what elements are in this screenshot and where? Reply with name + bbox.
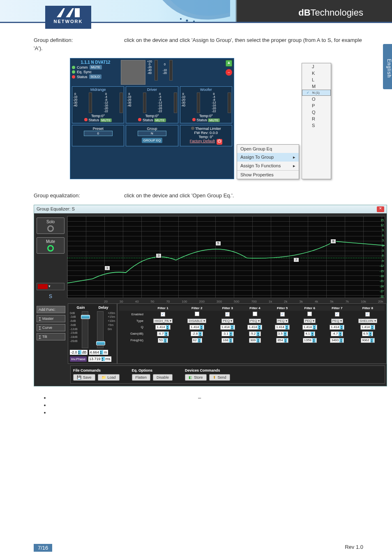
solo-toggle[interactable]: Solo: [37, 217, 65, 234]
group-dropdown[interactable]: N: [138, 131, 166, 136]
factory-default-link[interactable]: Factory Default: [190, 139, 215, 143]
power-icon[interactable]: ⏻: [217, 139, 222, 145]
filter-type-select[interactable]: DISABLE ▾: [187, 319, 206, 323]
filter-gain-input[interactable]: -6.7▲▼: [157, 331, 169, 336]
filter-freq-input[interactable]: 62▲▼: [192, 338, 202, 343]
filter-q-input[interactable]: 1.414▲▼: [330, 325, 344, 330]
send-button[interactable]: ⬆Send: [209, 374, 230, 381]
close-icon[interactable]: ✕: [377, 206, 384, 212]
preset-box: Preset 0: [72, 125, 124, 146]
context-item[interactable]: Show Properties: [237, 171, 299, 179]
filter-enable-checkbox[interactable]: ✓: [365, 312, 370, 317]
filter-freq-input[interactable]: 9062▲▼: [361, 338, 375, 343]
filter-freq-input[interactable]: 854▲▼: [276, 338, 288, 343]
flatten-button[interactable]: Flatten: [132, 374, 151, 381]
delay-readout[interactable]: 4.664▲▼m: [89, 350, 108, 355]
expand-icon[interactable]: ▲: [226, 60, 232, 67]
filter-q-input[interactable]: 1.414▲▼: [247, 325, 262, 330]
filter-q-input[interactable]: 1.414▲▼: [155, 325, 170, 330]
filter-q-input[interactable]: 1.414▲▼: [220, 325, 235, 330]
submenu-item[interactable]: K: [302, 70, 331, 76]
submenu-item[interactable]: S: [302, 122, 331, 129]
delay-slider[interactable]: [97, 311, 104, 348]
filter-type-select[interactable]: PEQ ▾: [304, 319, 316, 323]
figure-assign-group: 1.1.1 N DVAT12 CommMUTE Eq. Sync StatusS…: [34, 58, 367, 179]
load-button[interactable]: 📁Load: [98, 374, 120, 381]
group-submenu: JKLM✓N (1)OPQRS: [302, 63, 331, 179]
sum-master-button[interactable]: ∑ Master: [37, 315, 65, 322]
locale-dropdown[interactable]: ▾: [37, 283, 65, 290]
filter-enable-checkbox[interactable]: ✓: [161, 312, 165, 317]
document-header: NETWORK dBTechnologies: [0, 0, 392, 23]
filter-enable-checkbox[interactable]: ✓: [280, 312, 285, 317]
save-button[interactable]: 💾Save: [73, 374, 95, 381]
filter-gain-input[interactable]: -5.2▲▼: [249, 331, 261, 336]
filter-type-select[interactable]: PEQ ▾: [277, 319, 288, 323]
filter-type-select[interactable]: HIGH_PA ▾: [153, 319, 172, 323]
context-item[interactable]: Open Group Eq: [237, 145, 299, 153]
filter-gain-input[interactable]: -2.8▲▼: [191, 331, 203, 336]
filter-gain-input[interactable]: 3.5▲▼: [277, 331, 288, 336]
group-eq-button[interactable]: GROUP EQ: [142, 138, 163, 143]
filter-enable-checkbox[interactable]: [253, 312, 257, 316]
list-item: [50, 402, 367, 408]
eq-node[interactable]: 8: [330, 239, 336, 244]
eq-node[interactable]: 3: [156, 253, 161, 258]
filter-type-select[interactable]: PEQ ▾: [331, 319, 343, 323]
filter-enable-checkbox[interactable]: [307, 312, 312, 316]
language-tab: English: [383, 44, 392, 89]
filter-q-input[interactable]: 1.414▲▼: [302, 325, 317, 330]
context-item[interactable]: Assign To Functions▸: [237, 162, 299, 170]
mute-toggle[interactable]: Mute: [37, 237, 65, 254]
filter-gain-input[interactable]: -4.7▲▼: [331, 331, 343, 336]
submenu-item[interactable]: M: [302, 83, 331, 90]
filter-q-input[interactable]: 1.414▲▼: [275, 325, 290, 330]
submenu-item[interactable]: R: [302, 116, 331, 122]
filter-type-select[interactable]: SHELVIN ▾: [358, 319, 377, 323]
filter-q-input[interactable]: 1.414▲▼: [360, 325, 375, 330]
svg-point-0: [186, 20, 188, 22]
filter-type-select[interactable]: PEQ ▾: [249, 319, 261, 323]
filter-type-select[interactable]: PEQ ▾: [221, 319, 233, 323]
ms-readout[interactable]: 13.719▲▼ms: [88, 356, 111, 362]
gain-readout[interactable]: -2.0▲▼dB: [70, 350, 88, 355]
eq-curve: [67, 216, 385, 300]
filter-q-input[interactable]: 1.414▲▼: [189, 325, 204, 330]
submenu-item[interactable]: Q: [302, 109, 331, 116]
disable-button[interactable]: Disable: [153, 374, 173, 381]
store-button[interactable]: ◧Store: [185, 374, 207, 381]
filter-gain-input[interactable]: -3.1▲▼: [221, 331, 234, 336]
eq-node[interactable]: 1: [104, 266, 110, 271]
inv-phase-button[interactable]: Inv.Phase: [70, 356, 87, 362]
filter-freq-input[interactable]: 53▲▼: [158, 338, 168, 343]
sum-tilt-button[interactable]: ∑ Tilt: [37, 333, 65, 340]
submenu-item[interactable]: L: [302, 76, 331, 83]
context-item[interactable]: Assign To Group▸: [237, 153, 299, 162]
filter-gain-input[interactable]: 4.1▲▼: [304, 331, 315, 336]
filter-enable-checkbox[interactable]: ✓: [225, 312, 230, 317]
submenu-item[interactable]: ✓N (1): [302, 90, 331, 96]
filter-freq-input[interactable]: 1359▲▼: [303, 338, 317, 343]
filter-freq-input[interactable]: 309▲▼: [249, 338, 261, 343]
solo-button[interactable]: SOLO: [89, 74, 101, 79]
sum-curve-button[interactable]: ∑ Curve: [37, 324, 65, 331]
eq-node[interactable]: 7: [293, 257, 299, 262]
submenu-item[interactable]: O: [302, 96, 331, 102]
submenu-item[interactable]: J: [302, 63, 331, 70]
remove-icon[interactable]: –: [226, 69, 232, 76]
thermal-led: [191, 127, 194, 130]
eq-graph[interactable]: 13578 15129630-3-6-9-12-15-18-21-24-27-3…: [67, 216, 385, 298]
preset-dropdown[interactable]: 0: [84, 131, 113, 136]
filter-enable-checkbox[interactable]: [195, 312, 199, 316]
filter-freq-input[interactable]: 168▲▼: [221, 338, 233, 343]
page-number: 7/16: [34, 544, 52, 552]
eq-node[interactable]: 5: [215, 241, 221, 246]
mute-button[interactable]: MUTE: [90, 65, 102, 69]
submenu-item[interactable]: P: [302, 102, 331, 109]
gain-slider[interactable]: [82, 311, 88, 348]
filter-enable-checkbox[interactable]: ✓: [335, 312, 339, 317]
eqsync-led: [72, 70, 75, 74]
filter-gain-input[interactable]: 6.5▲▼: [362, 331, 373, 336]
filter-freq-input[interactable]: 3493▲▼: [330, 338, 344, 343]
eq-titlebar: Group Equalizer: S ✕: [34, 205, 387, 213]
